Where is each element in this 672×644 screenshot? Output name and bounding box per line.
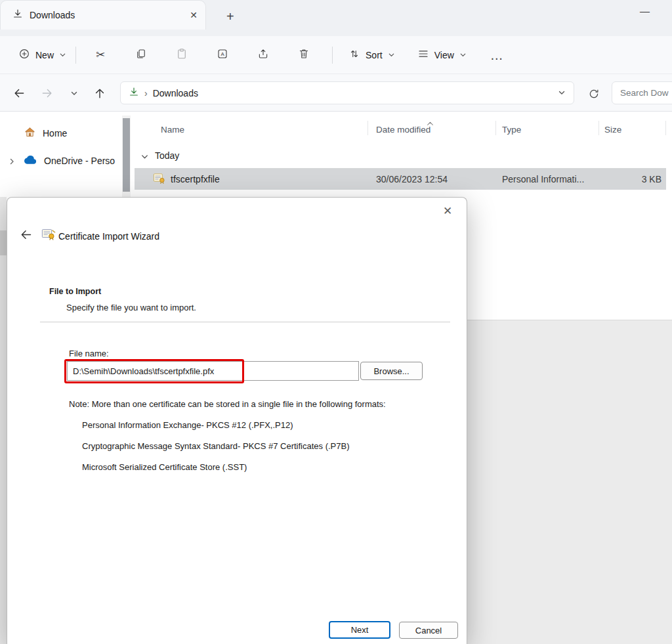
titlebar: Downloads ✕ + — (0, 0, 672, 36)
wizard-back-button[interactable] (19, 228, 33, 244)
back-arrow-icon (19, 228, 33, 242)
svg-text:A: A (220, 51, 224, 57)
certificate-wizard-icon (41, 227, 56, 244)
wizard-title: Certificate Import Wizard (58, 231, 159, 242)
certificate-import-wizard-dialog: ✕ Certificate Import Wizard File to Impo… (7, 197, 467, 644)
sort-button[interactable]: Sort (342, 43, 402, 67)
up-button[interactable] (89, 85, 111, 101)
column-separator[interactable] (665, 121, 666, 135)
sidebar-item-home[interactable]: Home (24, 123, 67, 144)
sort-label: Sort (366, 50, 383, 60)
new-icon (18, 48, 30, 62)
column-separator[interactable] (495, 121, 496, 135)
explorer-tab[interactable]: Downloads ✕ (0, 0, 206, 30)
chevron-down-icon (459, 50, 467, 60)
chevron-down-icon (70, 89, 78, 97)
chevron-down-icon (388, 50, 395, 60)
paste-button[interactable] (167, 43, 197, 68)
column-header-type[interactable]: Type (502, 125, 521, 135)
back-arrow-icon (12, 87, 26, 100)
note-text: Note: More than one certificate can be s… (69, 399, 386, 409)
address-bar[interactable]: › Downloads (120, 81, 574, 104)
file-name-label: File name: (69, 349, 109, 358)
rename-button[interactable]: A (207, 43, 238, 68)
desktop-background (467, 320, 672, 644)
divider (40, 322, 450, 322)
refresh-button[interactable] (583, 86, 605, 102)
toolbar-divider (75, 47, 76, 64)
column-header-date-modified[interactable]: Date modified (376, 125, 430, 135)
file-type: Personal Informati... (502, 174, 595, 184)
search-input[interactable]: Search Dow (612, 81, 672, 104)
format-item: Cryptographic Message Syntax Standard- P… (82, 441, 350, 451)
format-item: Personal Information Exchange- PKCS #12 … (82, 420, 293, 430)
format-item: Microsoft Serialized Certificate Store (… (82, 462, 247, 472)
share-button[interactable] (248, 43, 278, 68)
file-name-input[interactable] (67, 361, 359, 381)
sidebar-item-label: Home (43, 128, 67, 139)
chevron-down-icon (59, 50, 66, 60)
new-label: New (35, 50, 54, 60)
sidebar-item-label: OneDrive - Perso (44, 156, 115, 166)
downloads-icon (129, 87, 139, 99)
search-placeholder: Search Dow (620, 88, 669, 98)
sort-icon (348, 48, 360, 62)
section-subtitle: Specify the file you want to import. (66, 303, 196, 312)
group-label-today[interactable]: Today (155, 150, 179, 161)
tab-title: Downloads (30, 10, 183, 20)
forward-arrow-icon (41, 87, 54, 100)
new-button[interactable]: New (12, 43, 73, 67)
certificate-file-icon (153, 172, 165, 187)
breadcrumb-chevron-icon: › (144, 88, 148, 98)
toolbar-divider (332, 47, 333, 64)
background-window-fragment (0, 230, 7, 255)
onedrive-cloud-icon (22, 155, 37, 167)
trash-icon (298, 48, 310, 62)
cancel-button[interactable]: Cancel (399, 622, 458, 639)
file-name[interactable]: tfscertpfxfile (171, 174, 220, 184)
up-arrow-icon (93, 87, 106, 100)
section-heading: File to Import (49, 287, 101, 296)
breadcrumb[interactable]: Downloads (153, 88, 198, 98)
onedrive-expander[interactable] (8, 156, 16, 168)
chevron-right-icon (8, 158, 16, 165)
file-date-modified: 30/06/2023 12:54 (376, 174, 448, 184)
new-tab-icon[interactable]: + (226, 9, 234, 24)
home-icon (24, 126, 36, 140)
cut-icon: ✂ (96, 48, 105, 62)
downloads-icon (12, 9, 23, 22)
view-icon (417, 48, 429, 62)
next-button[interactable]: Next (329, 621, 390, 639)
recent-locations-button[interactable] (63, 85, 85, 101)
cut-button[interactable]: ✂ (85, 43, 116, 68)
command-toolbar: New ✂ A Sort (0, 36, 672, 74)
address-dropdown-icon[interactable] (558, 88, 566, 98)
tab-close-icon[interactable]: ✕ (190, 10, 198, 20)
column-separator[interactable] (368, 121, 368, 135)
ellipsis-icon: … (490, 52, 503, 58)
sidebar-item-onedrive[interactable]: OneDrive - Perso (22, 150, 121, 171)
delete-button[interactable] (289, 43, 319, 68)
more-options-button[interactable]: … (484, 47, 510, 64)
column-separator[interactable] (598, 121, 599, 135)
column-header-size[interactable]: Size (604, 125, 621, 135)
copy-button[interactable] (126, 43, 156, 68)
file-size: 3 KB (616, 174, 662, 184)
desktop-background (0, 197, 7, 644)
share-icon (257, 48, 269, 62)
copy-icon (135, 48, 147, 62)
rename-icon: A (217, 48, 228, 62)
forward-button[interactable] (36, 85, 58, 101)
address-row: › Downloads Search Dow (0, 74, 672, 112)
paste-icon (176, 48, 188, 62)
view-button[interactable]: View (411, 43, 473, 67)
scrollbar-thumb[interactable] (123, 118, 130, 192)
browse-button[interactable]: Browse... (360, 362, 423, 380)
view-label: View (434, 50, 454, 60)
group-collapse-icon[interactable] (140, 152, 149, 163)
refresh-icon (588, 88, 600, 100)
dialog-close-icon[interactable]: ✕ (438, 202, 457, 219)
column-header-name[interactable]: Name (161, 125, 184, 135)
minimize-icon[interactable]: — (640, 5, 650, 16)
back-button[interactable] (8, 85, 30, 101)
